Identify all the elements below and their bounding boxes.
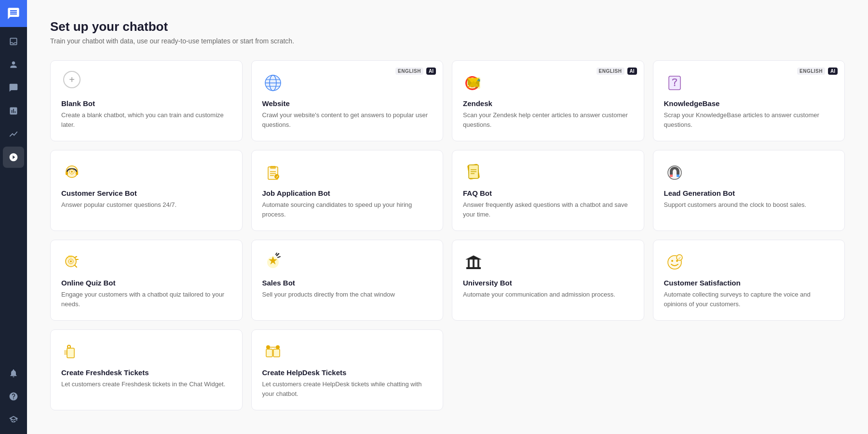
svg-rect-28	[670, 175, 673, 177]
ai-badge: AI	[627, 68, 637, 75]
page-title: Set up your chatbot	[50, 19, 845, 34]
sidebar-item-contacts[interactable]	[3, 54, 24, 75]
zendesk-icon: 🎯	[464, 73, 483, 93]
svg-rect-10	[66, 172, 68, 175]
svg-point-32	[70, 260, 72, 262]
card-icon-knowledgebase	[664, 72, 685, 94]
sidebar-item-notifications[interactable]	[3, 363, 24, 384]
bot-card-website[interactable]: ENGLISHAI Website Crawl your website's c…	[251, 60, 444, 141]
sidebar-item-inbox[interactable]	[3, 31, 24, 52]
card-desc: Automate collecting surveys to capture t…	[664, 290, 834, 309]
bot-card-blank[interactable]: + Blank Bot Create a blank chatbot, whic…	[50, 60, 243, 141]
card-desc: Let customers create Freshdesk tickets i…	[61, 380, 231, 389]
bots-grid: + Blank Bot Create a blank chatbot, whic…	[50, 60, 845, 410]
sidebar	[0, 0, 27, 434]
svg-point-33	[70, 256, 72, 258]
svg-rect-49	[273, 349, 280, 357]
sales-icon	[263, 253, 283, 272]
svg-rect-37	[473, 259, 475, 267]
svg-rect-48	[266, 349, 272, 357]
svg-rect-38	[477, 259, 479, 267]
card-title: KnowledgeBase	[664, 99, 834, 108]
card-desc: Answer popular customer questions 24/7.	[61, 200, 231, 210]
lang-badge: ENGLISH	[797, 68, 825, 75]
bot-card-university[interactable]: University Bot Automate your communicati…	[452, 240, 644, 321]
bot-card-csat[interactable]: ✓ Customer Satisfaction Automate collect…	[653, 240, 845, 321]
sidebar-item-learn[interactable]	[3, 409, 24, 430]
card-icon-magnet	[664, 162, 685, 183]
card-icon-sales	[262, 252, 284, 273]
lang-badge: ENGLISH	[597, 68, 624, 75]
card-icon-headset	[61, 162, 82, 183]
card-desc: Support customers around the clock to bo…	[664, 200, 834, 210]
svg-rect-39	[466, 267, 481, 269]
card-icon-globe	[262, 72, 284, 94]
university-icon	[464, 253, 483, 272]
card-desc: Scrap your KnowledgeBase articles to ans…	[664, 110, 834, 129]
card-icon-plus: +	[61, 72, 82, 94]
card-title: Create Freshdesk Tickets	[61, 368, 231, 377]
svg-point-47	[68, 346, 70, 348]
sidebar-bottom	[3, 359, 24, 434]
sidebar-item-analytics[interactable]	[3, 123, 24, 145]
svg-text:✓: ✓	[275, 175, 278, 178]
card-icon-faq	[463, 162, 484, 183]
card-badges: ENGLISHAI	[395, 68, 436, 75]
card-title: Lead Generation Bot	[664, 189, 834, 197]
svg-marker-35	[466, 256, 481, 259]
globe-icon	[263, 73, 283, 93]
bot-card-zendesk[interactable]: ENGLISHAI 🎯 Zendesk Scan your Zendesk he…	[452, 60, 644, 141]
card-title: Online Quiz Bot	[61, 279, 231, 287]
card-desc: Create a blank chatbot, which you can tr…	[61, 110, 231, 129]
card-icon-quiz	[61, 252, 82, 273]
card-badges: ENGLISHAI	[597, 68, 637, 75]
sidebar-item-reports[interactable]	[3, 100, 24, 122]
card-title: Blank Bot	[61, 99, 231, 108]
card-title: Customer Satisfaction	[664, 279, 834, 287]
card-title: FAQ Bot	[463, 189, 633, 197]
ai-badge: AI	[426, 68, 436, 75]
svg-point-51	[276, 345, 280, 349]
bot-card-knowledgebase[interactable]: ENGLISHAI KnowledgeBase Scrap your Knowl…	[653, 60, 845, 141]
main-content: Set up your chatbot Train your chatbot w…	[27, 0, 868, 434]
sidebar-nav	[3, 27, 24, 359]
plus-icon: +	[63, 71, 81, 88]
card-desc: Answer frequently asked questions with a…	[463, 200, 633, 219]
card-title: Sales Bot	[262, 279, 433, 287]
card-icon-helpdesk	[262, 341, 284, 363]
bot-card-faq[interactable]: FAQ Bot Answer frequently asked question…	[452, 150, 644, 231]
card-desc: Automate sourcing candidates to speed up…	[262, 200, 433, 219]
bot-card-helpdesk[interactable]: Create HelpDesk Tickets Let customers cr…	[251, 329, 444, 410]
bot-card-customer-service[interactable]: Customer Service Bot Answer popular cust…	[50, 150, 243, 231]
magnet-icon	[665, 163, 684, 182]
svg-rect-11	[76, 172, 78, 175]
card-title: Website	[262, 99, 433, 108]
svg-point-8	[674, 85, 675, 86]
bot-card-freshdesk[interactable]: Create Freshdesk Tickets Let customers c…	[50, 329, 243, 410]
card-title: Customer Service Bot	[61, 189, 231, 197]
sidebar-item-help[interactable]	[3, 386, 24, 407]
helpdesk-icon	[263, 342, 283, 362]
app-logo[interactable]	[0, 0, 27, 27]
bot-card-lead-gen[interactable]: Lead Generation Bot Support customers ar…	[653, 150, 845, 231]
bot-card-job-application[interactable]: ✓ Job Application Bot Automate sourcing …	[251, 150, 444, 231]
bot-card-sales[interactable]: Sales Bot Sell your products directly fr…	[251, 240, 444, 321]
bot-card-online-quiz[interactable]: Online Quiz Bot Engage your customers wi…	[50, 240, 243, 321]
knowledgebase-icon	[665, 73, 684, 93]
card-desc: Crawl your website's content to get answ…	[262, 110, 433, 129]
svg-point-50	[266, 345, 270, 349]
sidebar-item-chat[interactable]	[3, 77, 24, 98]
svg-rect-15	[270, 166, 276, 169]
card-icon-clipboard: ✓	[262, 162, 284, 183]
sidebar-item-automation[interactable]	[3, 147, 24, 168]
card-desc: Sell your products directly from the cha…	[262, 290, 433, 299]
card-icon-zendesk: 🎯	[463, 72, 484, 94]
card-icon-satisfaction: ✓	[664, 252, 685, 273]
svg-rect-36	[468, 259, 470, 267]
svg-point-13	[71, 171, 73, 173]
card-desc: Let customers create HelpDesk tickets wh…	[262, 380, 433, 398]
page-subtitle: Train your chatbot with data, use our re…	[50, 37, 845, 45]
faq-icon	[464, 163, 483, 182]
svg-text:✓: ✓	[678, 256, 681, 260]
card-badges: ENGLISHAI	[797, 68, 838, 75]
